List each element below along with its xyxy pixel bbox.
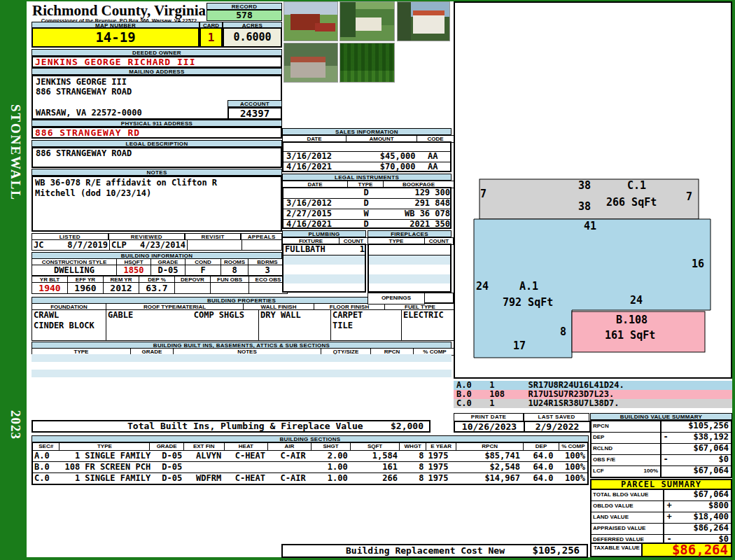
section-row: B.0 108 FR SCREEN PCH D-05 1.00 161 8 19… (33, 462, 587, 473)
section-eyear: 1975 (428, 451, 458, 461)
section-type: SINGLE FAMILY (80, 473, 155, 484)
property-photo-cornfield[interactable] (340, 43, 395, 83)
value-summary-label: DEP (593, 433, 604, 443)
legal-description-header: LEGAL DESCRIPTION (31, 140, 282, 147)
section-grade: D-05 (155, 462, 188, 472)
building-value-summary-box: RPCN $105,256 DEP - $38,192 RCLND $67,06… (590, 420, 732, 478)
parcel-row: LAND VALUE + $18,400 (592, 512, 731, 524)
parcel-value: $67,064 (674, 490, 731, 500)
instrument-bookpage: 291 848 (383, 199, 450, 209)
roof-type-value: GABLE (108, 310, 133, 340)
print-date-value: 10/26/2023 (454, 421, 525, 433)
value-summary-op (662, 444, 670, 454)
acres-value: 0.6000 (223, 27, 282, 48)
fireplaces-header: FIREPLACES (368, 230, 451, 237)
section-rpcn: $2,548 (457, 462, 524, 472)
section-row: C.0 1 SINGLE FAMILY D-05 WDFRM C-HEAT C-… (33, 473, 587, 484)
legal-instruments-header: LEGAL INSTRUMENTS (282, 174, 451, 181)
parcel-label: APPRAISED VALUE (592, 524, 664, 534)
plumbing-empty-row (284, 274, 365, 284)
foundation-line2: CINDER BLOCK (32, 321, 106, 331)
value-summary-value: $38,192 (670, 433, 731, 443)
dates-value-row: 10/26/2023 2/9/2022 (454, 421, 591, 433)
sketch-section-c-id: C.1 (627, 179, 646, 192)
value-summary-extra (658, 421, 660, 432)
value-summary-row: RCLND $67,064 (592, 444, 731, 455)
sketch-dim-c-bottom: 38 (578, 200, 591, 213)
section-type: SINGLE FAMILY (80, 451, 155, 461)
property-photo-farmhouse[interactable] (340, 1, 395, 41)
property-photo-outbuilding[interactable] (284, 43, 338, 83)
value-summary-label: LCF (593, 466, 604, 477)
instrument-date: 2/27/2015 (284, 209, 349, 219)
visits-value-row: JC 8/7/2019 CLP 4/23/2014 (31, 239, 282, 251)
section-shgt: 2.00 (314, 451, 353, 461)
sales-amount: $45,000 (347, 152, 415, 162)
sales-code: AA (415, 152, 450, 162)
parcel-op (664, 524, 674, 534)
property-photo-shed-truck[interactable] (284, 1, 338, 41)
card-value: 1 (200, 27, 223, 48)
value-summary-value: $105,256 (670, 421, 731, 432)
sales-code: AA (415, 162, 450, 172)
builtins-total-label: Total Built Ins, Plumbing & Fireplace Va… (33, 421, 363, 431)
notes-box: WB 36-078 R/E affidavit on Clifton R Mit… (31, 176, 282, 232)
instrument-date: 4/16/2021 (284, 220, 349, 230)
section-shgt: 1.00 (314, 462, 353, 472)
section-type: FR SCREEN PCH (80, 462, 155, 472)
section-rpcn: $14,967 (457, 473, 524, 484)
section-dep: 64.0 (524, 462, 559, 472)
cond-value: F (186, 265, 221, 276)
district-label: STONEWALL (5, 90, 23, 216)
legal-description-value: 886 STRANGEWAY ROAD (31, 147, 282, 168)
floor-finish-line1: CARPET (331, 310, 401, 321)
funobs-value (211, 282, 249, 294)
air-header: AIR (268, 443, 312, 450)
property-photo-house-red-roof[interactable] (397, 1, 450, 41)
revisit-value (188, 239, 242, 251)
replacement-cost-label: Building Replacement Cost New (283, 545, 505, 556)
reviewed-by: CLP (111, 240, 127, 250)
section-dep: 64.0 (524, 473, 559, 484)
value-summary-extra: 100% (644, 466, 660, 477)
wall-finish-value: DRY WALL (259, 309, 331, 341)
instrument-type: D (349, 220, 383, 230)
instrument-bookpage: WB 36 078 (383, 209, 450, 219)
photo-truck-shape (315, 23, 335, 31)
section-extfin (188, 462, 228, 472)
record-header: RECORD (206, 3, 282, 10)
value-summary-value: $67,064 (670, 466, 731, 477)
builtins-total-value: $2,000 (391, 421, 429, 431)
heat-header: HEAT (225, 443, 268, 450)
effyr-value: 1960 (68, 282, 104, 294)
grade-header: GRADE (150, 443, 183, 450)
sketch-dim-a-step: 8 (560, 326, 566, 338)
replacement-cost-row: Building Replacement Cost New $105,256 (281, 544, 588, 558)
photo-tree-shape (398, 2, 411, 41)
notes-line2: Mitchell (dod 10/23/14) (33, 188, 281, 199)
section-whgt: 8 (402, 451, 428, 461)
section-sec: B.0 (33, 462, 61, 472)
sec-header: SEC# (33, 443, 59, 450)
deeded-owner-header: DEEDED OWNER (31, 49, 282, 56)
parcel-label: OBLDG VALUE (592, 501, 664, 512)
value-summary-row: RPCN $105,256 (592, 421, 731, 433)
parcel-op (664, 490, 674, 500)
taxable-value-amount: $86,264 (672, 542, 728, 557)
photo-house-shape (356, 18, 382, 31)
fireplaces-table-body (368, 244, 451, 293)
instrument-row: D 129 300 (284, 188, 450, 199)
value-summary-label: RCLND (593, 444, 612, 454)
reviewed-date: 4/23/2014 (140, 240, 186, 250)
yrblt-value: 1940 (31, 282, 68, 294)
section-air: C-AIR (272, 451, 314, 461)
parcel-value: $800 (674, 501, 731, 512)
section-grade: D-05 (155, 451, 188, 461)
value-summary-value: $67,064 (670, 444, 731, 454)
account-value: 24397 (227, 107, 282, 120)
photo-tree-shape (340, 2, 356, 37)
sketch-section-a-id: A.1 (519, 280, 538, 293)
year-value-row: 1940 1960 2012 63.7 (31, 282, 288, 294)
sales-row: 4/16/2021 $70,000 AA (284, 162, 450, 172)
value-summary-op: - (662, 455, 670, 465)
